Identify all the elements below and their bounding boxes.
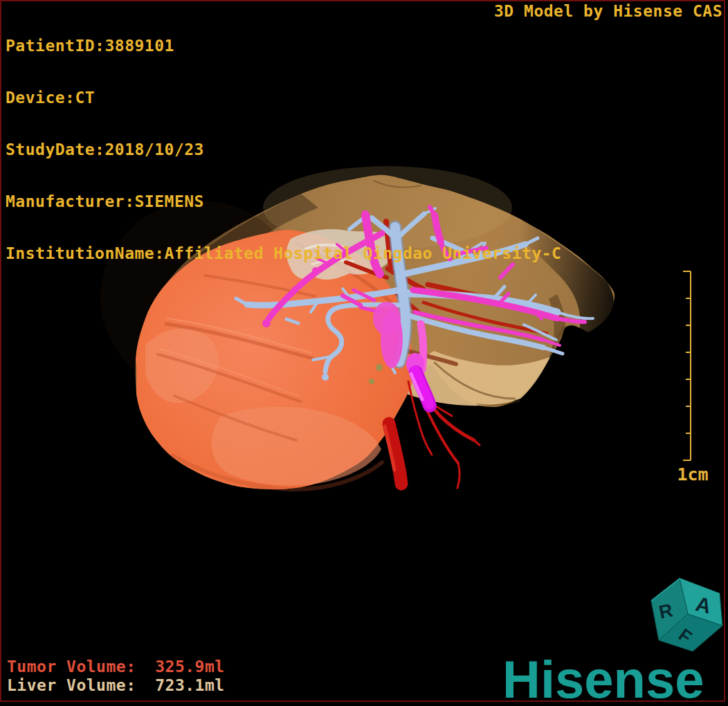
tumor-volume-label: Tumor Volume:: [7, 658, 136, 676]
tumor-volume-value: 325.9ml: [155, 658, 224, 676]
volume-overlay: Tumor Volume:325.9ml Liver Volume:723.1m…: [7, 658, 225, 695]
watermark-text: 3D Model by Hisense CAS: [494, 3, 722, 20]
tumor-volume-line: Tumor Volume:325.9ml: [7, 658, 225, 676]
liver-volume-label: Liver Volume:: [7, 676, 136, 694]
institution-line: InstitutionName:Affiliated Hospital Qing…: [6, 245, 561, 262]
liver-volume-value: 723.1ml: [155, 676, 224, 694]
scale-bar: [683, 271, 691, 460]
patient-id-line: PatientID:3889101: [6, 37, 561, 55]
liver-volume-line: Liver Volume:723.1ml: [7, 676, 225, 695]
study-date-line: StudyDate:2018/10/23: [6, 141, 561, 159]
3d-viewport[interactable]: 1cm A R F PatientID:3889101 Device:CT St…: [0, 0, 728, 706]
scale-bar-label: 1cm: [677, 464, 708, 485]
hisense-logo: Hisense: [502, 653, 704, 706]
patient-info-overlay: PatientID:3889101 Device:CT StudyDate:20…: [6, 3, 561, 297]
manufacturer-line: Manufacturer:SIEMENS: [6, 193, 561, 210]
orientation-cube[interactable]: A R F: [651, 579, 722, 651]
device-line: Device:CT: [6, 89, 561, 107]
